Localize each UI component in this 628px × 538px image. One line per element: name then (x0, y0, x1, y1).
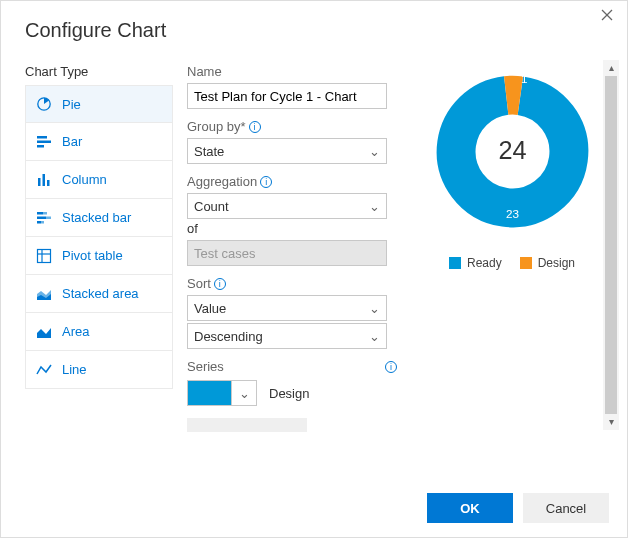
chart-type-label: Chart Type (25, 64, 173, 79)
chart-type-label-text: Line (62, 362, 87, 377)
chart-type-stacked-area[interactable]: Stacked area (26, 275, 172, 313)
group-by-select[interactable]: State ⌄ (187, 138, 387, 164)
column-icon (36, 172, 52, 188)
donut-slice-value-design: 1 (520, 72, 526, 85)
legend-label: Ready (467, 256, 502, 270)
chart-type-column[interactable]: Column (26, 161, 172, 199)
chevron-down-icon: ⌄ (232, 386, 256, 401)
legend-swatch (520, 257, 532, 269)
chart-type-label-text: Pie (62, 97, 81, 112)
svg-rect-5 (37, 145, 44, 148)
scrollbar[interactable]: ▴ ▾ (603, 60, 619, 430)
dialog-footer: OK Cancel (427, 493, 609, 523)
series-name: Design (269, 386, 309, 401)
aggregation-value: Count (194, 199, 229, 214)
area-icon (36, 324, 52, 340)
chart-type-pie[interactable]: Pie (26, 85, 172, 123)
bar-icon (36, 134, 52, 150)
svg-rect-3 (37, 136, 47, 139)
sort-field-select[interactable]: Value ⌄ (187, 295, 387, 321)
form-panel: Name Group by* i State ⌄ Aggregation i C… (187, 64, 397, 432)
group-by-value: State (194, 144, 224, 159)
ok-button[interactable]: OK (427, 493, 513, 523)
chart-legend: Ready Design (407, 256, 617, 270)
legend-label: Design (538, 256, 575, 270)
svg-rect-14 (41, 221, 44, 224)
info-icon[interactable]: i (385, 361, 397, 373)
chart-type-list: Pie Bar Column Stacked bar (25, 85, 173, 389)
aggregation-of-value: Test cases (194, 246, 255, 261)
svg-rect-15 (38, 249, 51, 262)
donut-total: 24 (498, 136, 526, 164)
donut-chart: 24 1 23 (425, 64, 600, 242)
series-color-picker[interactable]: ⌄ (187, 380, 257, 406)
scroll-up-icon[interactable]: ▴ (603, 60, 619, 76)
chart-type-label-text: Area (62, 324, 89, 339)
of-label: of (187, 221, 397, 236)
aggregation-of-select: Test cases (187, 240, 387, 266)
line-icon (36, 362, 52, 378)
chart-type-stacked-bar[interactable]: Stacked bar (26, 199, 172, 237)
chevron-down-icon: ⌄ (369, 329, 380, 344)
svg-rect-7 (43, 174, 46, 186)
close-button[interactable] (599, 9, 615, 25)
legend-item-design: Design (520, 256, 575, 270)
svg-rect-10 (43, 212, 47, 215)
sort-direction-select[interactable]: Descending ⌄ (187, 323, 387, 349)
legend-item-ready: Ready (449, 256, 502, 270)
color-swatch (188, 381, 232, 405)
chart-type-label-text: Pivot table (62, 248, 123, 263)
chevron-down-icon: ⌄ (369, 199, 380, 214)
stacked-bar-icon (36, 210, 52, 226)
chevron-down-icon: ⌄ (369, 301, 380, 316)
cancel-button[interactable]: Cancel (523, 493, 609, 523)
chart-type-label-text: Bar (62, 134, 82, 149)
pie-icon (36, 96, 52, 112)
series-row-placeholder (187, 418, 307, 432)
sort-label: Sort i (187, 276, 397, 291)
svg-rect-4 (37, 140, 51, 143)
sort-field-value: Value (194, 301, 226, 316)
chevron-down-icon: ⌄ (369, 144, 380, 159)
chart-type-label-text: Column (62, 172, 107, 187)
name-label: Name (187, 64, 397, 79)
info-icon[interactable]: i (249, 121, 261, 133)
group-by-label: Group by* i (187, 119, 397, 134)
info-icon[interactable]: i (260, 176, 272, 188)
chart-type-bar[interactable]: Bar (26, 123, 172, 161)
sort-direction-value: Descending (194, 329, 263, 344)
donut-slice-value-ready: 23 (506, 207, 519, 220)
chart-preview-panel: 24 1 23 Ready Design ▴ ▾ (407, 64, 617, 432)
chart-type-label-text: Stacked bar (62, 210, 131, 225)
name-input[interactable] (187, 83, 387, 109)
pivot-table-icon (36, 248, 52, 264)
info-icon[interactable]: i (214, 278, 226, 290)
chart-type-pivot-table[interactable]: Pivot table (26, 237, 172, 275)
aggregation-label: Aggregation i (187, 174, 397, 189)
aggregation-select[interactable]: Count ⌄ (187, 193, 387, 219)
svg-rect-6 (38, 178, 41, 186)
chart-type-panel: Chart Type Pie Bar Column (25, 64, 173, 432)
legend-swatch (449, 257, 461, 269)
chart-type-area[interactable]: Area (26, 313, 172, 351)
series-label: Series i (187, 359, 397, 374)
svg-rect-11 (37, 216, 46, 219)
chart-type-label-text: Stacked area (62, 286, 139, 301)
svg-rect-12 (46, 216, 51, 219)
scroll-thumb[interactable] (605, 76, 617, 414)
chart-type-line[interactable]: Line (26, 351, 172, 389)
stacked-area-icon (36, 286, 52, 302)
svg-rect-13 (37, 221, 41, 224)
svg-rect-8 (47, 180, 50, 186)
scroll-down-icon[interactable]: ▾ (603, 414, 619, 430)
dialog-title: Configure Chart (25, 19, 627, 42)
svg-rect-9 (37, 212, 43, 215)
